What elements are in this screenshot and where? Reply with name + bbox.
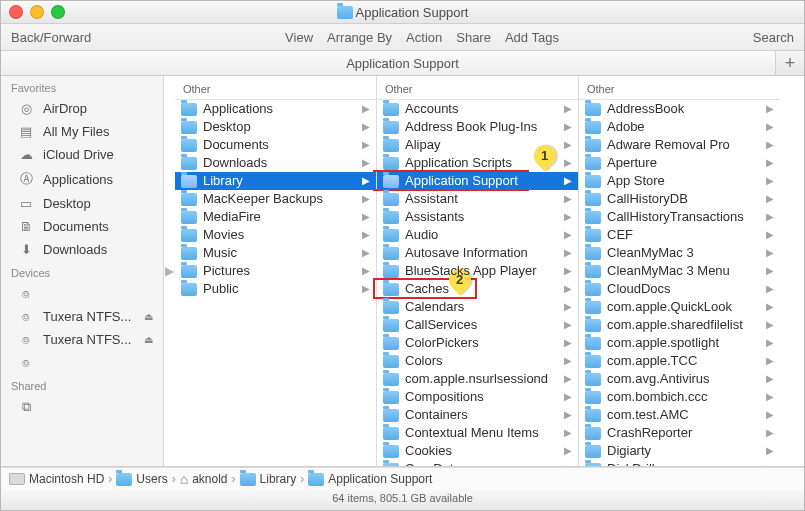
list-item[interactable]: com.apple.sharedfilelist▶	[579, 316, 780, 334]
toolbar-item-arrange-by[interactable]: Arrange By	[327, 30, 392, 45]
list-item[interactable]: com.apple.nsurlsessiond▶	[377, 370, 578, 388]
sidebar-item-applications[interactable]: ⒶApplications	[1, 166, 163, 192]
eject-icon[interactable]: ⏏	[144, 311, 153, 322]
path-segment[interactable]: aknold	[180, 471, 228, 487]
list-item[interactable]: com.avg.Antivirus▶	[579, 370, 780, 388]
column-header[interactable]: Other	[377, 76, 578, 100]
list-item[interactable]: CallHistoryTransactions▶	[579, 208, 780, 226]
sidebar-item-all-my-files[interactable]: ▤All My Files	[1, 120, 163, 143]
path-segment[interactable]: Library	[240, 472, 297, 486]
list-item[interactable]: CallServices▶	[377, 316, 578, 334]
chevron-right-icon: ▶	[564, 352, 572, 370]
list-item[interactable]: Caches▶	[377, 280, 578, 298]
sidebar-item-blank[interactable]: ⌾	[1, 351, 163, 374]
list-item[interactable]: Digiarty▶	[579, 442, 780, 460]
sidebar-item-label: iCloud Drive	[43, 147, 114, 162]
column-header[interactable]: Other	[175, 76, 376, 100]
sidebar-item-icloud-drive[interactable]: ☁iCloud Drive	[1, 143, 163, 166]
list-item[interactable]: Compositions▶	[377, 388, 578, 406]
minimize-icon[interactable]	[30, 5, 44, 19]
list-item[interactable]: Application Support▶	[377, 172, 578, 190]
list-item[interactable]: Downloads▶	[175, 154, 376, 172]
list-item[interactable]: Colors▶	[377, 352, 578, 370]
folder-icon	[181, 175, 197, 188]
sidebar-item-downloads[interactable]: ⬇Downloads	[1, 238, 163, 261]
list-item[interactable]: Library▶	[175, 172, 376, 190]
list-item[interactable]: Adware Removal Pro▶	[579, 136, 780, 154]
list-item[interactable]: Adobe▶	[579, 118, 780, 136]
search-button[interactable]: Search	[753, 30, 794, 45]
list-item[interactable]: Cookies▶	[377, 442, 578, 460]
list-item[interactable]: Audio▶	[377, 226, 578, 244]
list-item[interactable]: MacKeeper Backups▶	[175, 190, 376, 208]
chevron-right-icon: ▶	[766, 388, 774, 406]
list-item[interactable]: Documents▶	[175, 136, 376, 154]
list-item[interactable]: Assistants▶	[377, 208, 578, 226]
list-item[interactable]: Assistant▶	[377, 190, 578, 208]
folder-icon	[181, 121, 197, 134]
list-item[interactable]: com.bombich.ccc▶	[579, 388, 780, 406]
list-item[interactable]: com.apple.spotlight▶	[579, 334, 780, 352]
list-item[interactable]: com.apple.QuickLook▶	[579, 298, 780, 316]
list-item[interactable]: CleanMyMac 3▶	[579, 244, 780, 262]
list-item[interactable]: Desktop▶	[175, 118, 376, 136]
item-label: Adware Removal Pro	[607, 136, 762, 154]
list-item[interactable]: CloudDocs▶	[579, 280, 780, 298]
list-item[interactable]: DiskDrill▶	[579, 460, 780, 466]
list-item[interactable]: Containers▶	[377, 406, 578, 424]
list-item[interactable]: Aperture▶	[579, 154, 780, 172]
list-item[interactable]: CEF▶	[579, 226, 780, 244]
list-item[interactable]: Calendars▶	[377, 298, 578, 316]
sidebar-item-tuxera-ntfs-[interactable]: ⌾Tuxera NTFS...⏏	[1, 305, 163, 328]
sidebar-item-tuxera-ntfs-[interactable]: ⌾Tuxera NTFS...⏏	[1, 328, 163, 351]
new-tab-button[interactable]: +	[775, 51, 804, 75]
path-segment[interactable]: Users	[116, 472, 167, 486]
list-item[interactable]: Address Book Plug-Ins▶	[377, 118, 578, 136]
list-item[interactable]: Public▶	[175, 280, 376, 298]
close-icon[interactable]	[9, 5, 23, 19]
list-item[interactable]: MediaFire▶	[175, 208, 376, 226]
list-item[interactable]: BlueStacks App Player▶	[377, 262, 578, 280]
column-header[interactable]: Other	[579, 76, 780, 100]
list-item[interactable]: Movies▶	[175, 226, 376, 244]
list-item[interactable]: Contextual Menu Items▶	[377, 424, 578, 442]
folder-icon	[181, 247, 197, 260]
zoom-icon[interactable]	[51, 5, 65, 19]
list-item[interactable]: Autosave Information▶	[377, 244, 578, 262]
list-item[interactable]: Pictures▶	[175, 262, 376, 280]
chevron-right-icon: ▶	[564, 136, 572, 154]
toolbar-item-view[interactable]: View	[285, 30, 313, 45]
list-item[interactable]: Alipay▶	[377, 136, 578, 154]
sidebar-item-airdrop[interactable]: ◎AirDrop	[1, 97, 163, 120]
list-item[interactable]: Accounts▶	[377, 100, 578, 118]
back-forward-button[interactable]: Back/Forward	[11, 30, 91, 45]
list-item[interactable]: CallHistoryDB▶	[579, 190, 780, 208]
path-segment[interactable]: Macintosh HD	[9, 472, 104, 486]
toolbar-item-share[interactable]: Share	[456, 30, 491, 45]
list-item[interactable]: App Store▶	[579, 172, 780, 190]
list-item[interactable]: ColorPickers▶	[377, 334, 578, 352]
chevron-right-icon: ▶	[362, 208, 370, 226]
chevron-right-icon: ▶	[564, 334, 572, 352]
list-item[interactable]: CleanMyMac 3 Menu▶	[579, 262, 780, 280]
status-bar: 64 items, 805.1 GB available	[1, 490, 804, 510]
list-item[interactable]: CoreData▶	[377, 460, 578, 466]
sidebar-item-blank[interactable]: ⧉	[1, 395, 163, 419]
column-nav-chevron-icon[interactable]: ▶	[164, 264, 175, 278]
folder-icon	[383, 409, 399, 422]
list-item[interactable]: com.apple.TCC▶	[579, 352, 780, 370]
sidebar-item-desktop[interactable]: ▭Desktop	[1, 192, 163, 215]
path-segment[interactable]: Application Support	[308, 472, 432, 486]
list-item[interactable]: AddressBook▶	[579, 100, 780, 118]
tab-title[interactable]: Application Support	[1, 56, 804, 71]
list-item[interactable]: Applications▶	[175, 100, 376, 118]
list-item[interactable]: Application Scripts▶	[377, 154, 578, 172]
list-item[interactable]: Music▶	[175, 244, 376, 262]
sidebar-item-documents[interactable]: 🗎Documents	[1, 215, 163, 238]
toolbar-item-add-tags[interactable]: Add Tags	[505, 30, 559, 45]
list-item[interactable]: com.test.AMC▶	[579, 406, 780, 424]
toolbar-item-action[interactable]: Action	[406, 30, 442, 45]
sidebar-item-blank[interactable]: ⌾	[1, 282, 163, 305]
eject-icon[interactable]: ⏏	[144, 334, 153, 345]
list-item[interactable]: CrashReporter▶	[579, 424, 780, 442]
